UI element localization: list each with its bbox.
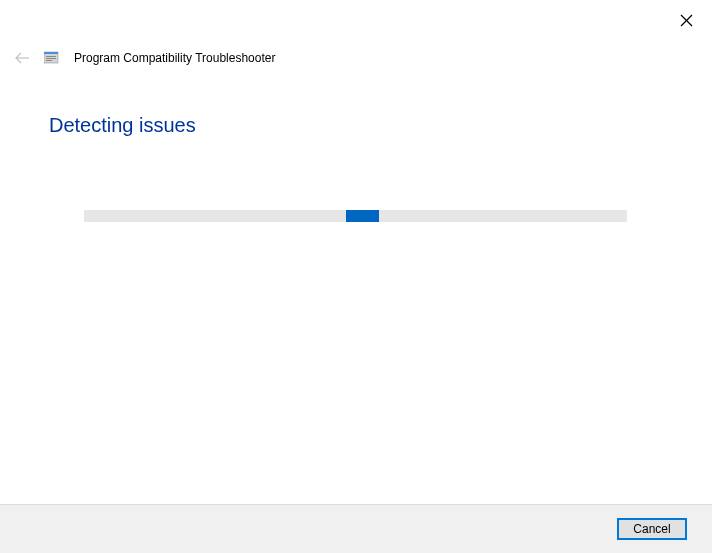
back-button[interactable] [14,50,30,66]
svg-rect-5 [46,56,56,57]
footer: Cancel [0,504,712,553]
app-title: Program Compatibility Troubleshooter [74,51,275,65]
svg-rect-4 [44,52,58,54]
progress-bar [84,210,627,222]
app-icon [44,50,60,66]
close-icon [680,14,693,27]
back-arrow-icon [14,52,30,64]
svg-rect-7 [46,60,52,61]
progress-indicator [346,210,379,222]
header: Program Compatibility Troubleshooter [14,50,275,66]
close-button[interactable] [678,12,694,28]
page-heading: Detecting issues [49,114,196,137]
svg-rect-6 [46,58,56,59]
cancel-button[interactable]: Cancel [617,518,687,540]
